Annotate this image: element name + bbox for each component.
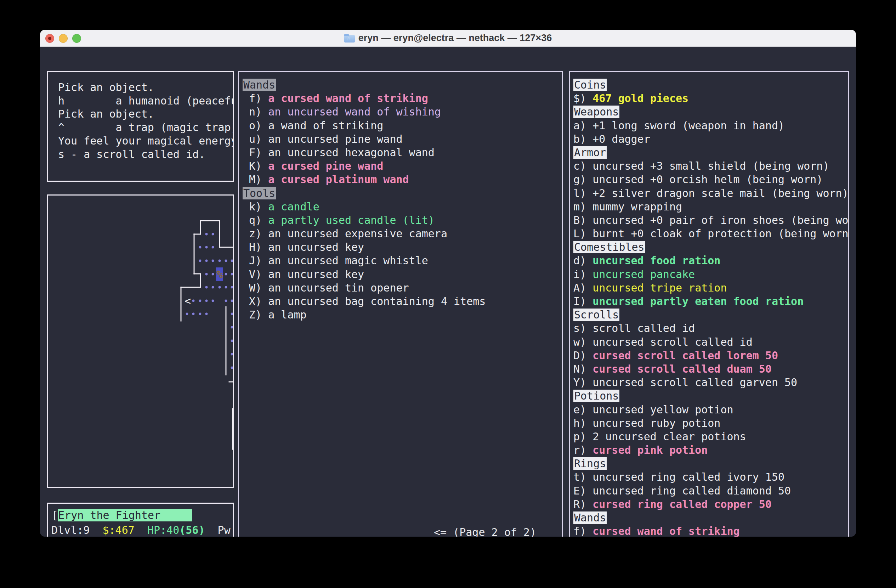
inventory-page2-rows: Wands f) a cursed wand of striking n) an… [242, 78, 486, 321]
menu-item-$: $) 467 gold pieces [573, 92, 849, 105]
item-glyph: % [216, 268, 223, 280]
menu-header: Coins [573, 78, 849, 92]
menu-item-t: t) uncursed ring called ivory 150 [573, 471, 849, 484]
inventory-menu-full: Coins$) 467 gold piecesWeaponsa) +1 long… [569, 71, 849, 537]
inventory-full-rows: Coins$) 467 gold piecesWeaponsa) +1 long… [573, 78, 849, 537]
floor-dot [212, 260, 214, 262]
menu-item-b: b) +0 dagger [573, 133, 849, 146]
menu-item-V: V) an uncursed key [242, 268, 486, 281]
floor-dot [225, 300, 227, 302]
menu-item-B: B) uncursed +0 pair of iron shoes (being… [573, 213, 849, 227]
floor-dot [192, 313, 195, 315]
menu-item-d: d) uncursed food ration [573, 254, 849, 267]
terminal-screen[interactable]: Pick an object. h a humanoid (peaceful P… [40, 47, 856, 537]
floor-dot [231, 260, 233, 262]
menu-item-X: X) an uncursed bag containing 4 items [242, 295, 486, 308]
floor-dot [212, 233, 214, 236]
floor-dot [199, 260, 201, 262]
hero-title-highlight: Eryn the Fighter [58, 509, 192, 521]
menu-item-R: R) cursed ring called copper 50 [573, 498, 849, 511]
menu-item-p: p) 2 uncursed clear potions [573, 430, 849, 443]
floor-dot [212, 286, 214, 289]
floor-dot [199, 300, 201, 302]
inventory-menu-page2: Wands f) a cursed wand of striking n) an… [238, 71, 563, 537]
floor-dot [206, 300, 208, 302]
traffic-lights [45, 30, 81, 47]
floor-dot [206, 260, 208, 262]
menu-item-L: L) burnt +0 cloak of protection (being w… [573, 227, 849, 241]
menu-item-K: K) a cursed pine wand [242, 159, 486, 173]
menu-item-k: k) a candle [242, 200, 486, 213]
floor-dot [206, 313, 208, 315]
page-indicator: <= (Page 2 of 2) [434, 526, 536, 537]
menu-item-s: s) scroll called id [573, 321, 849, 335]
folder-icon: ⌂ [344, 34, 355, 43]
status-window: [Eryn the Fighter Dlvl:9 $:467 HP:40(56)… [47, 503, 234, 537]
menu-item-J: J) an uncursed magic whistle [242, 254, 486, 267]
menu-item-D: D) cursed scroll called lorem 50 [573, 349, 849, 363]
status-line-1: [Eryn the Fighter [52, 509, 192, 522]
floor-dot [212, 246, 214, 249]
menu-item-W: W) an uncursed tin opener [242, 281, 486, 295]
stairs-up-glyph: < [184, 295, 191, 307]
menu-item-q: q) a partly used candle (lit) [242, 213, 486, 227]
terminal-window[interactable]: ⌂ eryn — eryn@electra — nethack — 127×36… [40, 30, 856, 537]
menu-header: Wands [573, 511, 849, 525]
floor-dot [225, 260, 227, 262]
menu-header: Armor [573, 146, 849, 159]
floor-dot [206, 273, 208, 276]
menu-header: Potions [573, 389, 849, 403]
floor-dot [231, 367, 233, 369]
window-title: ⌂ eryn — eryn@electra — nethack — 127×36 [344, 33, 552, 44]
floor-dot [212, 300, 214, 302]
floor-dot [231, 273, 233, 276]
dungeon-map: %< [48, 195, 233, 487]
menu-item-r: r) cursed pink potion [573, 443, 849, 457]
floor-dot [231, 340, 233, 342]
floor-dot [225, 273, 227, 276]
menu-item-F: F) an uncursed hexagonal wand [242, 146, 486, 159]
menu-item-E: E) uncursed ring called diamond 50 [573, 484, 849, 498]
menu-item-e: e) uncursed yellow potion [573, 403, 849, 417]
menu-header: Wands [242, 78, 486, 92]
menu-item-i: i) uncursed pancake [573, 268, 849, 281]
floor-dot [206, 286, 208, 289]
menu-item-a: a) +1 long sword (weapon in hand) [573, 119, 849, 133]
floor-dot [206, 246, 208, 249]
window-title-text: eryn — eryn@electra — nethack — 127×36 [358, 33, 552, 44]
floor-dot [231, 300, 233, 302]
floor-dot [186, 313, 188, 315]
menu-item-Z: Z) a lamp [242, 308, 486, 321]
message-lines: Pick an object. h a humanoid (peaceful P… [58, 81, 234, 161]
titlebar[interactable]: ⌂ eryn — eryn@electra — nethack — 127×36 [40, 30, 856, 47]
message-window: Pick an object. h a humanoid (peaceful P… [47, 71, 234, 182]
menu-item-g: g) uncursed +0 orcish helm (being worn) [573, 173, 849, 186]
map-window: %< [47, 195, 234, 488]
floor-dot [212, 273, 214, 276]
menu-item-w: w) uncursed scroll called id [573, 335, 849, 349]
floor-dot [231, 313, 233, 315]
floor-dot [231, 286, 233, 289]
menu-header: Tools [242, 187, 486, 200]
menu-item-u: u) an uncursed pine wand [242, 133, 486, 146]
menu-item-H: H) an uncursed key [242, 241, 486, 254]
menu-item-l: l) +2 silver dragon scale mail (being wo… [573, 187, 849, 200]
zoom-button[interactable] [72, 34, 81, 43]
floor-dot [199, 246, 201, 249]
floor-dot [225, 286, 227, 289]
floor-dot [218, 260, 221, 262]
close-button[interactable] [45, 34, 54, 43]
menu-header: Comestibles [573, 241, 849, 254]
menu-item-m: m) mummy wrapping [573, 200, 849, 213]
status-line-2: Dlvl:9 $:467 HP:40(56) Pw: [51, 524, 234, 537]
floor-dot [231, 326, 233, 329]
minimize-button[interactable] [59, 34, 68, 43]
menu-item-f: f) cursed wand of striking [573, 525, 849, 537]
menu-item-N: N) cursed scroll called duam 50 [573, 363, 849, 376]
menu-item-Y: Y) uncursed scroll called garven 50 [573, 376, 849, 389]
menu-item-z: z) an uncursed expensive camera [242, 227, 486, 241]
floor-dot [206, 233, 208, 236]
menu-item-n: n) an uncursed wand of wishing [242, 105, 486, 119]
floor-dot [231, 353, 233, 356]
menu-item-I: I) uncursed partly eaten food ration [573, 295, 849, 308]
